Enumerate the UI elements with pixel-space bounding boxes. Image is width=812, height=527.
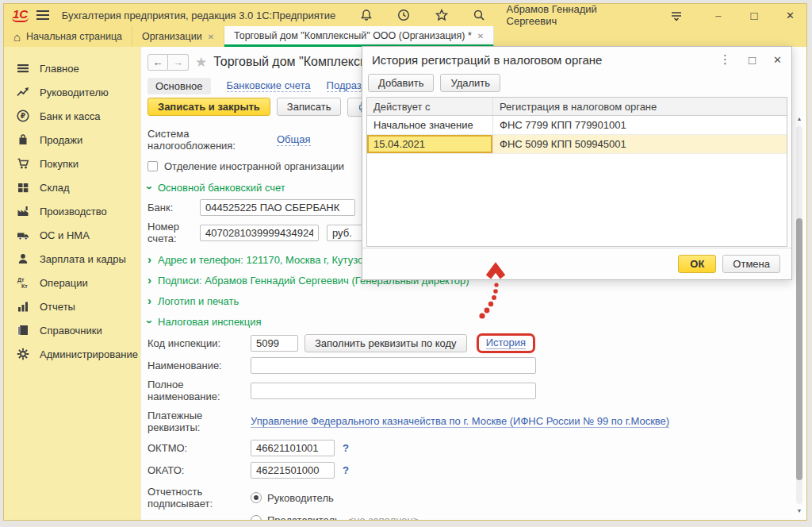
- sidebar-item-fixed-assets[interactable]: ОС и НМА: [4, 223, 140, 247]
- home-icon: [13, 30, 21, 44]
- notifications-bell-icon[interactable]: [358, 7, 373, 23]
- scroll-up-icon[interactable]: [795, 115, 803, 123]
- vertical-scrollbar[interactable]: [795, 115, 803, 515]
- tab-close-icon[interactable]: [477, 30, 484, 41]
- chevron-down-icon[interactable]: [144, 320, 155, 324]
- sidebar-item-main[interactable]: Главное: [4, 56, 140, 80]
- dialog-more-icon[interactable]: [719, 52, 731, 67]
- grid-icon: [16, 180, 30, 194]
- foreign-org-label: Отделение иностранной организации: [164, 160, 344, 172]
- sidebar-item-label: Руководителю: [40, 87, 109, 98]
- debit-credit-icon: ДтКт: [16, 275, 30, 290]
- radio-representative[interactable]: [251, 515, 262, 521]
- okato-input[interactable]: [251, 462, 335, 479]
- account-number-label: Номер счета:: [147, 221, 200, 244]
- form-nav-main[interactable]: Основное: [147, 78, 211, 94]
- payment-details-link[interactable]: Управление Федерального казначейства по …: [251, 415, 669, 428]
- tab-close-icon[interactable]: [208, 31, 214, 42]
- dialog-close-icon[interactable]: [773, 54, 782, 66]
- foreign-org-checkbox[interactable]: [147, 161, 158, 171]
- tab-home[interactable]: Начальная страница: [4, 26, 132, 47]
- table-row[interactable]: Начальное значение ФНС 7799 КПП 77990100…: [367, 116, 787, 135]
- sidebar-item-label: Банк и касса: [40, 110, 101, 122]
- ok-button[interactable]: ОК: [678, 255, 716, 273]
- forward-button[interactable]: →: [168, 54, 189, 71]
- chevron-right-icon[interactable]: [147, 254, 151, 266]
- 1c-logo: 1С: [12, 9, 29, 22]
- sidebar-item-label: Производство: [40, 206, 107, 217]
- scrollbar-track[interactable]: [796, 126, 802, 504]
- full-name-input[interactable]: [251, 383, 536, 399]
- sidebar-item-bank-cash[interactable]: ₽ Банк и касса: [4, 104, 140, 128]
- window-minimize-button[interactable]: [710, 9, 726, 21]
- sidebar-item-production[interactable]: Производство: [4, 199, 140, 223]
- sidebar-item-reports[interactable]: Отчеты: [4, 294, 140, 318]
- help-icon[interactable]: [343, 442, 349, 454]
- account-number-input[interactable]: [200, 225, 319, 241]
- tab-home-label: Начальная страница: [26, 31, 122, 42]
- service-menu-icon[interactable]: [668, 7, 684, 23]
- help-icon[interactable]: [343, 464, 349, 476]
- table-row-selected[interactable]: 15.04.2021 ФНС 5099 КПП 509945001: [367, 135, 787, 154]
- sidebar-item-operations[interactable]: ДтКт Операции: [4, 271, 140, 294]
- radio-head[interactable]: [251, 492, 262, 503]
- cell-registration[interactable]: ФНС 7799 КПП 779901001: [492, 116, 787, 134]
- save-button[interactable]: Записать: [277, 98, 342, 116]
- main-menu-icon[interactable]: [36, 10, 48, 20]
- oktmo-input[interactable]: [251, 440, 335, 456]
- sidebar-item-sales[interactable]: Продажи: [4, 128, 140, 152]
- sidebar-item-salary-hr[interactable]: Зарплата и кадры: [4, 247, 140, 271]
- window-close-button[interactable]: [782, 9, 799, 21]
- inspection-code-input[interactable]: [251, 335, 298, 352]
- book-icon: [16, 323, 30, 337]
- inspection-code-label: Код инспекции:: [147, 337, 251, 349]
- history-dialog: История регистраций в налоговом органе Д…: [362, 46, 792, 280]
- scrollbar-thumb[interactable]: [796, 218, 802, 480]
- cell-registration[interactable]: ФНС 5099 КПП 509945001: [492, 135, 787, 153]
- fill-by-code-button[interactable]: Заполнить реквизиты по коду: [304, 334, 467, 352]
- sidebar-item-label: Склад: [40, 182, 70, 194]
- okato-label: ОКАТО:: [147, 464, 251, 476]
- sidebar-item-label: Зарплата и кадры: [40, 253, 126, 265]
- form-nav-bank-accounts[interactable]: Банковские счета: [227, 79, 311, 92]
- sidebar-item-administration[interactable]: Администрирование: [4, 342, 140, 366]
- search-icon[interactable]: [471, 7, 486, 23]
- sidebar-item-manager[interactable]: Руководителю: [4, 80, 140, 104]
- dialog-maximize-icon[interactable]: [749, 53, 756, 67]
- back-button[interactable]: ←: [147, 54, 168, 71]
- save-and-close-button[interactable]: Записать и закрыть: [147, 98, 270, 116]
- cancel-button[interactable]: Отмена: [722, 255, 780, 273]
- sidebar-item-label: Покупки: [40, 158, 79, 170]
- name-input[interactable]: [251, 357, 536, 374]
- history-link[interactable]: История: [486, 337, 526, 349]
- current-user[interactable]: Абрамов Геннадий Сергеевич: [507, 3, 645, 27]
- chevron-right-icon[interactable]: [147, 295, 151, 307]
- sidebar-item-directories[interactable]: Справочники: [4, 318, 140, 342]
- favorite-star-icon[interactable]: ★: [195, 54, 207, 71]
- chevron-down-icon[interactable]: [144, 186, 155, 190]
- scroll-down-icon[interactable]: [795, 507, 803, 515]
- sidebar-item-warehouse[interactable]: Склад: [4, 175, 140, 199]
- sidebar-item-purchases[interactable]: Покупки: [4, 152, 140, 175]
- cell-date[interactable]: 15.04.2021: [367, 135, 492, 153]
- section-tax-inspection[interactable]: Налоговая инспекция: [158, 316, 262, 328]
- not-filled-text: <не заполнен>: [348, 514, 419, 520]
- tab-organizations-label: Организации: [142, 31, 202, 42]
- tab-organization-card[interactable]: Торговый дом "Комплексный" ООО (Организа…: [224, 26, 494, 47]
- favorites-star-icon[interactable]: [434, 7, 449, 23]
- section-bank-account[interactable]: Основной банковский счет: [158, 182, 285, 194]
- add-button[interactable]: Добавить: [368, 74, 434, 92]
- cell-date[interactable]: Начальное значение: [367, 116, 492, 134]
- payment-details-label: Платежные реквизиты:: [147, 410, 251, 433]
- delete-button[interactable]: Удалить: [440, 74, 500, 92]
- column-valid-from[interactable]: Действует с: [367, 98, 492, 115]
- person-icon: [16, 252, 30, 266]
- chevron-right-icon[interactable]: [147, 275, 151, 287]
- window-maximize-button[interactable]: [746, 9, 763, 22]
- bank-input[interactable]: [200, 199, 355, 216]
- section-logo-stamp[interactable]: Логотип и печать: [158, 295, 239, 307]
- tax-system-value-link[interactable]: Общая: [277, 133, 311, 146]
- history-clock-icon[interactable]: [396, 7, 412, 23]
- column-registration[interactable]: Регистрация в налоговом органе: [492, 98, 787, 115]
- tab-organizations[interactable]: Организации: [132, 26, 224, 47]
